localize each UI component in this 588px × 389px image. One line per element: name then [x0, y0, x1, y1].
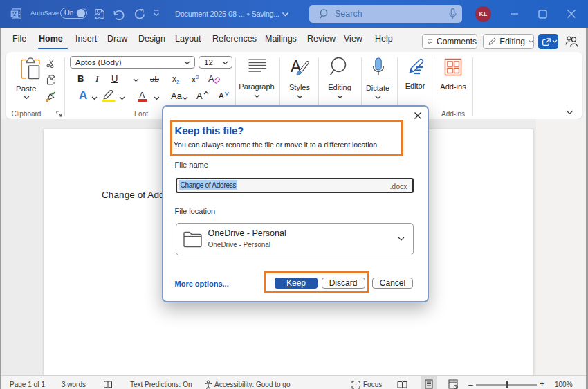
svg-text:A: A — [208, 73, 214, 84]
